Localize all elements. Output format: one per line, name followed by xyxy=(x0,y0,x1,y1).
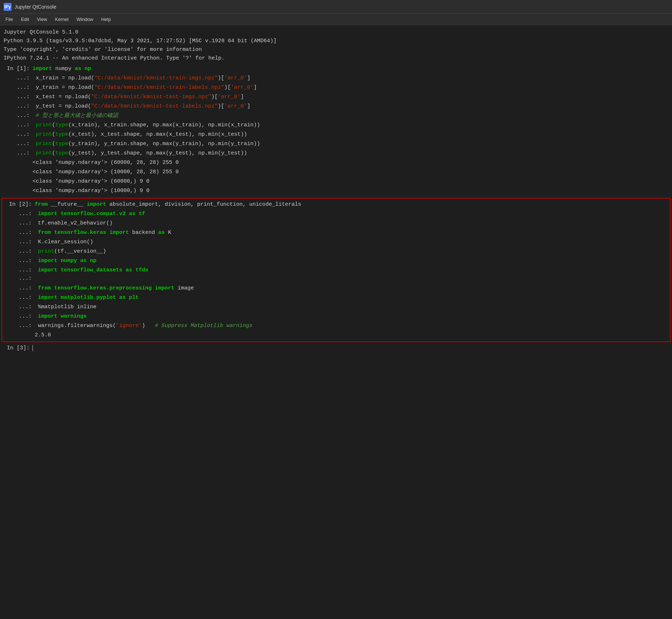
banner-line2: Python 3.9.5 (tags/v3.9.5:0a7dcbd, May 3… xyxy=(4,37,668,45)
cell-2-cont-6: ...: xyxy=(2,248,35,254)
menu-window[interactable]: Window xyxy=(73,15,97,23)
cell-2-line-4: ...: from tensorflow.keras import backen… xyxy=(2,228,670,237)
cell-1-cont-10: ...: xyxy=(0,150,32,156)
cell-2-cont-9: ...: xyxy=(2,275,35,282)
cell-1-output-prompt-4 xyxy=(0,187,32,195)
menu-edit[interactable]: Edit xyxy=(17,15,32,23)
cell-2-line-9: ...: xyxy=(2,275,670,284)
cell-1-output-4: <class 'numpy.ndarray'> (10000,) 9 0 xyxy=(0,186,672,196)
cell-3: In [3]: xyxy=(0,344,672,352)
cell-2-line-8: ...: import tensorflow_datasets as tfds xyxy=(2,266,670,275)
cell-2-line-12: ...: %matplotlib inline xyxy=(2,302,670,312)
cell-1-code-1: import numpy as np xyxy=(32,65,672,73)
banner-line1: Jupyter QtConsole 5.1.0 xyxy=(4,28,668,37)
cell-2-line-1: In [2]: from __future__ import absolute_… xyxy=(2,200,670,209)
cell-1-cont-6: ...: xyxy=(0,113,32,119)
cell-1-out-text-4: <class 'numpy.ndarray'> (10000,) 9 0 xyxy=(32,187,149,195)
cell-1-code-10: print(type(y_test), y_test.shape, np.max… xyxy=(32,149,672,158)
cell-1-code-9: print(type(y_train), y_train.shape, np.m… xyxy=(32,140,672,148)
cell-1-code-5: y_test = np.load("C:/data/kmnist/kmnist-… xyxy=(32,102,672,111)
cell-1-cont-5: ...: xyxy=(0,103,32,109)
cell-1-line-7: ...: print(type(x_train), x_train.shape,… xyxy=(0,121,672,130)
cell-1-line-6: ...: # 型と形と最大値と最小値の確認 xyxy=(0,111,672,121)
cell-2-code-6: print(tf.__version__) xyxy=(35,247,670,256)
app-icon: IPy xyxy=(4,3,12,11)
cell-1-line-2: ...: x_train = np.load("C:/data/kmnist/k… xyxy=(0,74,672,83)
banner: Jupyter QtConsole 5.1.0 Python 3.9.5 (ta… xyxy=(0,27,672,64)
cell-2-highlighted: In [2]: from __future__ import absolute_… xyxy=(1,198,671,342)
cell-2-output-prompt-1 xyxy=(2,331,35,340)
cell-1-line-4: ...: x_test = np.load("C:/data/kmnist/km… xyxy=(0,92,672,102)
cell-1-cont-7: ...: xyxy=(0,122,32,128)
cell-2-code-5: K.clear_session() xyxy=(35,238,670,247)
cell-2-line-14: ...: warnings.filterwarnings('ignore') #… xyxy=(2,321,670,331)
cell-2-line-13: ...: import warnings xyxy=(2,312,670,321)
cell-3-prompt: In [3]: xyxy=(0,345,32,351)
cell-1-out-text-3: <class 'numpy.ndarray'> (60000,) 9 0 xyxy=(32,177,149,186)
title-bar-title: Jupyter QtConsole xyxy=(14,4,56,10)
cell-1-code-4: x_test = np.load("C:/data/kmnist/kmnist-… xyxy=(32,93,672,101)
cell-2-cont-13: ...: xyxy=(2,313,35,319)
cell-1-cont-9: ...: xyxy=(0,141,32,147)
cell-2-cont-2: ...: xyxy=(2,211,35,217)
cell-1-line-1: In [1]: import numpy as np xyxy=(0,64,672,74)
cell-2-out-text-1: 2.5.0 xyxy=(35,331,51,340)
cell-2-code-7: import numpy as np xyxy=(35,257,670,265)
cell-2-cont-8: ...: xyxy=(2,267,35,273)
cell-2-code-4: from tensorflow.keras import backend as … xyxy=(35,228,670,237)
cell-1-prompt: In [1]: xyxy=(0,66,32,72)
cell-2-code-14: warnings.filterwarnings('ignore') # Supp… xyxy=(35,322,670,330)
cell-1-line-8: ...: print(type(x_test), x_test.shape, n… xyxy=(0,130,672,139)
cell-2-code-11: import matplotlib.pyplot as plt xyxy=(35,293,670,302)
cell-1-output-2: <class 'numpy.ndarray'> (10000, 28, 28) … xyxy=(0,167,672,177)
cell-2-code-10: from tensorflow.keras.preprocessing impo… xyxy=(35,284,670,293)
cell-2-line-11: ...: import matplotlib.pyplot as plt xyxy=(2,293,670,302)
cell-1-code-3: y_train = np.load("C:/data/kmnist/kmnist… xyxy=(32,83,672,92)
cell-2-line-3: ...: tf.enable_v2_behavior() xyxy=(2,219,670,228)
banner-line4: IPython 7.24.1 -- An enhanced Interactiv… xyxy=(4,54,668,63)
banner-line3: Type 'copyright', 'credits' or 'license'… xyxy=(4,45,668,54)
cell-2-line-5: ...: K.clear_session() xyxy=(2,237,670,247)
cell-1-code-8: print(type(x_test), x_test.shape, np.max… xyxy=(32,130,672,139)
cell-1-code-2: x_train = np.load("C:/data/kmnist/kmnist… xyxy=(32,74,672,83)
cell-1-line-3: ...: y_train = np.load("C:/data/kmnist/k… xyxy=(0,83,672,92)
cell-1-cont-8: ...: xyxy=(0,131,32,138)
cell-2-output-1: 2.5.0 xyxy=(2,331,670,340)
cell-2-code-1: from __future__ import absolute_import, … xyxy=(35,200,670,209)
cell-1-code-6: # 型と形と最大値と最小値の確認 xyxy=(32,112,672,120)
cell-2-cont-7: ...: xyxy=(2,258,35,264)
cell-1-line-9: ...: print(type(y_train), y_train.shape,… xyxy=(0,139,672,149)
cell-2-cont-5: ...: xyxy=(2,239,35,245)
menu-help[interactable]: Help xyxy=(97,15,114,23)
cell-2-cont-14: ...: xyxy=(2,323,35,329)
cell-1-cont-2: ...: xyxy=(0,75,32,81)
cell-1-output-1: <class 'numpy.ndarray'> (60000, 28, 28) … xyxy=(0,158,672,167)
cell-2-line-6: ...: print(tf.__version__) xyxy=(2,247,670,256)
cell-2-cont-3: ...: xyxy=(2,220,35,226)
cell-1-output-prompt-1 xyxy=(0,158,32,167)
menu-view[interactable]: View xyxy=(33,15,51,23)
cell-1: In [1]: import numpy as np ...: x_train … xyxy=(0,64,672,196)
cell-1-out-text-2: <class 'numpy.ndarray'> (10000, 28, 28) … xyxy=(32,168,179,176)
cell-1-code-7: print(type(x_train), x_train.shape, np.m… xyxy=(32,121,672,130)
console-area: Jupyter QtConsole 5.1.0 Python 3.9.5 (ta… xyxy=(0,25,672,354)
cell-2-prompt: In [2]: xyxy=(2,201,35,208)
cell-2-code-3: tf.enable_v2_behavior() xyxy=(35,219,670,228)
cell-1-output-prompt-3 xyxy=(0,177,32,186)
cell-2-line-7: ...: import numpy as np xyxy=(2,256,670,266)
cell-2-code-8: import tensorflow_datasets as tfds xyxy=(35,266,670,275)
cell-2-cont-4: ...: xyxy=(2,230,35,236)
cell-1-cont-3: ...: xyxy=(0,84,32,91)
cell-2-code-12: %matplotlib inline xyxy=(35,303,670,311)
cell-2-line-2: ...: import tensorflow.compat.v2 as tf xyxy=(2,209,670,219)
cell-1-line-5: ...: y_test = np.load("C:/data/kmnist/km… xyxy=(0,102,672,111)
cell-1-out-text-1: <class 'numpy.ndarray'> (60000, 28, 28) … xyxy=(32,158,179,167)
cell-3-input[interactable] xyxy=(32,345,672,351)
menu-bar: File Edit View Kernel Window Help xyxy=(0,14,672,25)
menu-file[interactable]: File xyxy=(2,15,17,23)
cell-1-output-prompt-2 xyxy=(0,168,32,176)
cell-2-cont-12: ...: xyxy=(2,304,35,310)
menu-kernel[interactable]: Kernel xyxy=(51,15,72,23)
cell-2-line-10: ...: from tensorflow.keras.preprocessing… xyxy=(2,284,670,293)
cell-2-cont-11: ...: xyxy=(2,295,35,301)
